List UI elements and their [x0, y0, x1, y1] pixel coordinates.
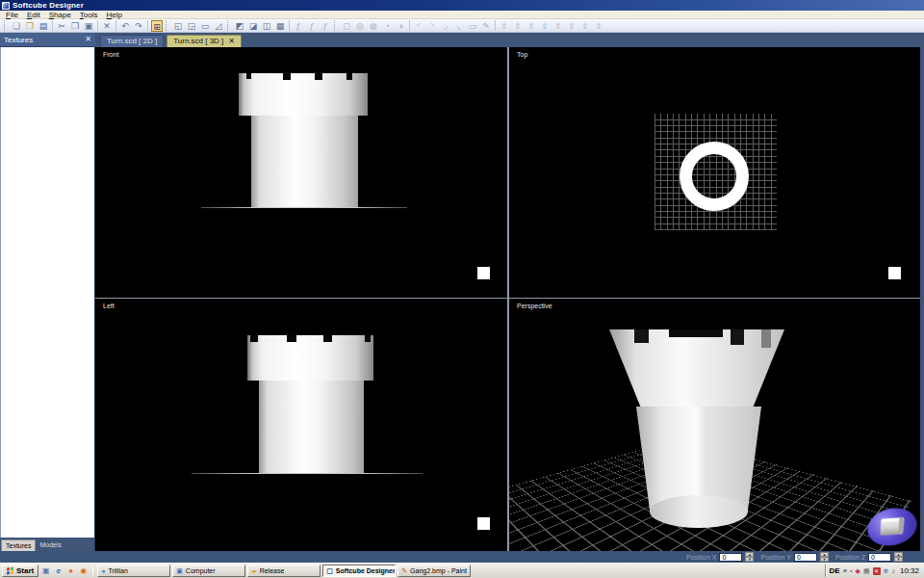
toolbar-sep	[116, 20, 116, 31]
shape-tool-2-icon[interactable]: ◲	[186, 20, 197, 32]
textures-panel-body[interactable]	[0, 47, 94, 538]
rect-select-icon[interactable]: ▭	[467, 20, 478, 32]
arrow-tool-7-icon[interactable]: ⇧	[579, 20, 591, 32]
taskbar-button-trillian[interactable]: ● Trillian	[97, 565, 170, 577]
firefox-icon[interactable]: ●	[65, 565, 76, 576]
position-x-spinner: ▲ ▼	[745, 552, 754, 562]
delete-icon[interactable]: ✕	[101, 20, 113, 32]
position-y-input[interactable]: 0	[794, 553, 817, 562]
undo-icon[interactable]: ↶	[119, 20, 131, 32]
window-border-right	[920, 47, 924, 551]
tab-close-icon[interactable]: ✕	[228, 36, 235, 47]
toolbar-grip	[166, 20, 168, 31]
crown-notch	[315, 73, 322, 80]
tray-icon-3[interactable]: ▦	[863, 567, 870, 575]
viewport-layout-icon[interactable]: ⊞	[151, 20, 163, 32]
viewport-top[interactable]: Top	[509, 47, 920, 298]
select-tool-2-icon[interactable]: ◝	[426, 20, 438, 32]
shape-tool-4-icon[interactable]: ◿	[213, 20, 224, 32]
taskbar: Start ▣ e ● ◉ ● Trillian ▣ Computer ▰ Re…	[0, 563, 924, 578]
viewport-top-label: Top	[517, 51, 527, 58]
taskbar-button-computer[interactable]: ▣ Computer	[172, 565, 245, 577]
tray-chevron-icon[interactable]: «	[843, 566, 847, 575]
view-tool-1-icon[interactable]: ◻	[341, 20, 352, 32]
network-icon[interactable]: ⊕	[884, 567, 889, 575]
pen-tool-icon[interactable]: ✎	[480, 20, 492, 32]
tray-icon-2[interactable]: ◆	[856, 567, 860, 575]
textures-panel-header: Textures ✕	[0, 33, 95, 47]
viewport-top-handle[interactable]	[888, 267, 901, 279]
menu-file[interactable]: File	[2, 11, 22, 19]
arrow-tool-8-icon[interactable]: ⇧	[593, 20, 604, 32]
taskbar-clock[interactable]: 10:32	[900, 566, 919, 575]
function-tool-1-icon[interactable]: ƒ	[293, 20, 304, 32]
redo-icon[interactable]: ↷	[133, 20, 144, 32]
shape-tool-1-icon[interactable]: ◱	[172, 20, 184, 32]
arrow-tool-3-icon[interactable]: ⇧	[526, 20, 537, 32]
position-x-input[interactable]: 0	[719, 553, 742, 562]
viewport-front[interactable]: Front	[95, 47, 507, 298]
arrow-tool-2-icon[interactable]: ⇧	[512, 20, 524, 32]
arrow-tool-4-icon[interactable]: ⇧	[539, 20, 551, 32]
view-tool-2-icon[interactable]: ◎	[354, 20, 366, 32]
view-tool-5-icon[interactable]: ◑	[395, 20, 406, 32]
function-tool-3-icon[interactable]: ƒ	[320, 20, 331, 32]
menu-shape[interactable]: Shape	[45, 11, 75, 19]
viewport-perspective[interactable]: Perspective	[509, 299, 920, 551]
position-x-label: Position X	[686, 554, 717, 561]
save-icon[interactable]: ▤	[38, 20, 49, 32]
language-indicator[interactable]: DE	[830, 566, 840, 575]
edit-tool-1-icon[interactable]: ◩	[234, 20, 245, 32]
internet-explorer-icon[interactable]: e	[53, 565, 64, 576]
arrow-tool-1-icon[interactable]: ⇧	[499, 20, 510, 32]
paste-icon[interactable]: ▣	[83, 20, 94, 32]
viewport-front-handle[interactable]	[477, 267, 490, 279]
panel-close-icon[interactable]: ✕	[85, 36, 91, 43]
titlebar: Softcube Designer	[0, 0, 924, 11]
crown-notch	[287, 335, 296, 342]
spin-down-icon[interactable]: ▼	[820, 557, 829, 562]
media-player-icon[interactable]: ◉	[78, 565, 89, 576]
select-tool-1-icon[interactable]: ◜	[413, 20, 424, 32]
volume-icon[interactable]: ♪	[891, 567, 895, 575]
view-tool-3-icon[interactable]: ◍	[368, 20, 379, 32]
new-file-icon[interactable]: ❏	[11, 20, 22, 32]
tray-icon-1[interactable]: ▪	[850, 567, 852, 575]
crown-notch	[323, 335, 332, 342]
edit-tool-3-icon[interactable]: ◫	[261, 20, 272, 32]
viewport-left-handle[interactable]	[477, 517, 490, 530]
taskbar-button-paint[interactable]: ✎ Gang2.bmp - Paint	[398, 565, 471, 577]
arrow-tool-5-icon[interactable]: ⇧	[552, 20, 564, 32]
edit-tool-4-icon[interactable]: ▦	[274, 20, 286, 32]
copy-icon[interactable]: ❒	[69, 20, 81, 32]
function-tool-2-icon[interactable]: ƒ	[306, 20, 318, 32]
start-button[interactable]: Start	[2, 565, 38, 577]
spin-down-icon[interactable]: ▼	[894, 557, 903, 562]
select-tool-3-icon[interactable]: ◞	[440, 20, 451, 32]
sidebar-tab-textures[interactable]: Textures	[1, 539, 36, 551]
menu-edit[interactable]: Edit	[23, 11, 44, 19]
position-z-input[interactable]: 0	[868, 553, 891, 562]
tab-turn-2d[interactable]: Turn.scd [ 2D ]	[100, 35, 164, 47]
show-desktop-icon[interactable]: ▣	[40, 565, 51, 576]
taskbar-button-release[interactable]: ▰ Release	[247, 565, 321, 577]
taskbar-button-softcube-designer[interactable]: ▢ Softcube Designer	[322, 565, 396, 577]
open-file-icon[interactable]: ❐	[24, 20, 36, 32]
folder-icon: ▰	[251, 567, 256, 575]
paint-icon: ✎	[401, 567, 407, 575]
toolbar-grip	[4, 20, 7, 31]
toolbar-sep	[495, 20, 496, 31]
tray-close-icon[interactable]: ✕	[873, 567, 881, 575]
spin-down-icon[interactable]: ▼	[745, 557, 754, 562]
menu-tools[interactable]: Tools	[76, 11, 102, 19]
select-tool-4-icon[interactable]: ◟	[453, 20, 465, 32]
tab-turn-3d[interactable]: Turn.scd [ 3D ] ✕	[167, 35, 242, 47]
viewport-left[interactable]: Left	[95, 299, 507, 551]
edit-tool-2-icon[interactable]: ◪	[247, 20, 259, 32]
cut-icon[interactable]: ✂	[56, 20, 67, 32]
sidebar-tab-models[interactable]: Models	[36, 539, 65, 551]
arrow-tool-6-icon[interactable]: ⇧	[566, 20, 578, 32]
view-tool-4-icon[interactable]: ◔	[381, 20, 393, 32]
shape-tool-3-icon[interactable]: ▭	[199, 20, 211, 32]
menu-help[interactable]: Help	[103, 11, 126, 19]
